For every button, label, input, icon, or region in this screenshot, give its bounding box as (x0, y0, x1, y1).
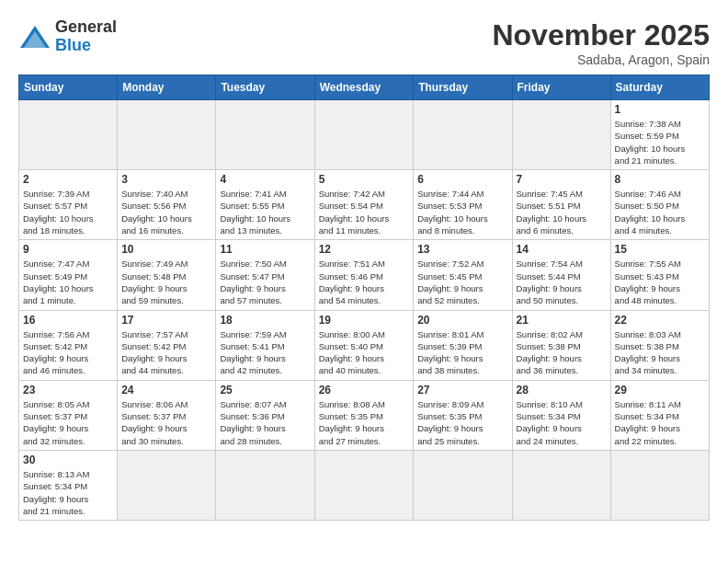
calendar-day-cell: 27Sunrise: 8:09 AMSunset: 5:35 PMDayligh… (414, 380, 512, 450)
day-info: Sunrise: 7:44 AMSunset: 5:53 PMDaylight:… (417, 188, 507, 236)
day-number: 16 (23, 314, 113, 327)
calendar-day-cell: 4Sunrise: 7:41 AMSunset: 5:55 PMDaylight… (216, 170, 314, 240)
calendar-day-cell: 11Sunrise: 7:50 AMSunset: 5:47 PMDayligh… (216, 240, 314, 310)
calendar-week-row: 23Sunrise: 8:05 AMSunset: 5:37 PMDayligh… (19, 380, 710, 450)
calendar-subtitle: Sadaba, Aragon, Spain (492, 52, 710, 67)
weekday-header-friday: Friday (512, 75, 610, 100)
calendar-day-cell: 9Sunrise: 7:47 AMSunset: 5:49 PMDaylight… (19, 240, 118, 310)
day-info: Sunrise: 8:08 AMSunset: 5:35 PMDaylight:… (319, 398, 410, 447)
day-info: Sunrise: 8:01 AMSunset: 5:39 PMDaylight:… (417, 328, 507, 377)
calendar-table: SundayMondayTuesdayWednesdayThursdayFrid… (18, 75, 710, 521)
day-number: 10 (121, 243, 211, 256)
day-info: Sunrise: 8:05 AMSunset: 5:37 PMDaylight:… (23, 398, 113, 447)
day-number: 26 (319, 384, 410, 396)
weekday-header-row: SundayMondayTuesdayWednesdayThursdayFrid… (19, 75, 710, 100)
calendar-day-cell: 30Sunrise: 8:13 AMSunset: 5:34 PMDayligh… (19, 450, 118, 520)
day-info: Sunrise: 7:52 AMSunset: 5:45 PMDaylight:… (417, 258, 507, 306)
calendar-day-cell (414, 100, 512, 170)
day-number: 12 (319, 243, 410, 256)
page-header: GeneralBlue November 2025 Sadaba, Aragon… (18, 18, 710, 67)
calendar-day-cell: 24Sunrise: 8:06 AMSunset: 5:37 PMDayligh… (118, 380, 216, 450)
day-number: 5 (319, 173, 410, 186)
calendar-day-cell: 26Sunrise: 8:08 AMSunset: 5:35 PMDayligh… (314, 380, 414, 450)
day-info: Sunrise: 7:39 AMSunset: 5:57 PMDaylight:… (23, 188, 113, 236)
day-number: 6 (417, 173, 507, 186)
calendar-day-cell (118, 450, 216, 520)
calendar-day-cell (118, 100, 216, 170)
calendar-day-cell: 22Sunrise: 8:03 AMSunset: 5:38 PMDayligh… (610, 310, 709, 380)
calendar-day-cell (610, 450, 709, 520)
calendar-day-cell: 14Sunrise: 7:54 AMSunset: 5:44 PMDayligh… (512, 240, 610, 310)
calendar-week-row: 16Sunrise: 7:56 AMSunset: 5:42 PMDayligh… (19, 310, 710, 380)
calendar-day-cell: 3Sunrise: 7:40 AMSunset: 5:56 PMDaylight… (118, 170, 216, 240)
calendar-day-cell: 19Sunrise: 8:00 AMSunset: 5:40 PMDayligh… (314, 310, 414, 380)
day-number: 1 (615, 103, 705, 116)
day-number: 22 (615, 314, 705, 327)
calendar-day-cell: 7Sunrise: 7:45 AMSunset: 5:51 PMDaylight… (512, 170, 610, 240)
day-info: Sunrise: 7:55 AMSunset: 5:43 PMDaylight:… (615, 258, 705, 306)
calendar-day-cell: 12Sunrise: 7:51 AMSunset: 5:46 PMDayligh… (314, 240, 414, 310)
day-info: Sunrise: 7:51 AMSunset: 5:46 PMDaylight:… (319, 258, 410, 306)
weekday-header-wednesday: Wednesday (314, 75, 414, 100)
day-info: Sunrise: 7:59 AMSunset: 5:41 PMDaylight:… (220, 328, 310, 377)
calendar-day-cell: 1Sunrise: 7:38 AMSunset: 5:59 PMDaylight… (610, 100, 709, 170)
day-number: 7 (517, 173, 607, 186)
calendar-day-cell (314, 450, 414, 520)
day-number: 30 (23, 454, 113, 466)
day-info: Sunrise: 8:02 AMSunset: 5:38 PMDaylight:… (517, 328, 607, 377)
day-number: 9 (23, 243, 113, 256)
calendar-day-cell: 28Sunrise: 8:10 AMSunset: 5:34 PMDayligh… (512, 380, 610, 450)
weekday-header-sunday: Sunday (19, 75, 118, 100)
day-number: 25 (220, 384, 310, 396)
day-info: Sunrise: 7:45 AMSunset: 5:51 PMDaylight:… (517, 188, 607, 236)
weekday-header-tuesday: Tuesday (216, 75, 314, 100)
day-number: 24 (121, 384, 211, 396)
day-number: 17 (121, 314, 211, 327)
day-number: 28 (517, 384, 607, 396)
day-number: 19 (319, 314, 410, 327)
day-number: 21 (517, 314, 607, 327)
calendar-day-cell: 29Sunrise: 8:11 AMSunset: 5:34 PMDayligh… (610, 380, 709, 450)
logo: GeneralBlue (18, 18, 117, 55)
day-info: Sunrise: 8:07 AMSunset: 5:36 PMDaylight:… (220, 398, 310, 447)
day-number: 15 (615, 243, 705, 256)
calendar-day-cell: 21Sunrise: 8:02 AMSunset: 5:38 PMDayligh… (512, 310, 610, 380)
calendar-day-cell: 10Sunrise: 7:49 AMSunset: 5:48 PMDayligh… (118, 240, 216, 310)
calendar-day-cell: 6Sunrise: 7:44 AMSunset: 5:53 PMDaylight… (414, 170, 512, 240)
calendar-day-cell: 18Sunrise: 7:59 AMSunset: 5:41 PMDayligh… (216, 310, 314, 380)
calendar-day-cell: 20Sunrise: 8:01 AMSunset: 5:39 PMDayligh… (414, 310, 512, 380)
day-info: Sunrise: 7:50 AMSunset: 5:47 PMDaylight:… (220, 258, 310, 306)
day-number: 8 (615, 173, 705, 186)
day-number: 20 (417, 314, 507, 327)
day-info: Sunrise: 7:54 AMSunset: 5:44 PMDaylight:… (517, 258, 607, 306)
calendar-day-cell: 17Sunrise: 7:57 AMSunset: 5:42 PMDayligh… (118, 310, 216, 380)
logo-icon (18, 24, 51, 50)
day-number: 14 (517, 243, 607, 256)
calendar-day-cell: 25Sunrise: 8:07 AMSunset: 5:36 PMDayligh… (216, 380, 314, 450)
day-number: 4 (220, 173, 310, 186)
calendar-day-cell: 8Sunrise: 7:46 AMSunset: 5:50 PMDaylight… (610, 170, 709, 240)
day-info: Sunrise: 8:06 AMSunset: 5:37 PMDaylight:… (121, 398, 211, 447)
day-info: Sunrise: 7:46 AMSunset: 5:50 PMDaylight:… (615, 188, 705, 236)
day-info: Sunrise: 7:40 AMSunset: 5:56 PMDaylight:… (121, 188, 211, 236)
day-info: Sunrise: 7:56 AMSunset: 5:42 PMDaylight:… (23, 328, 113, 377)
calendar-day-cell: 15Sunrise: 7:55 AMSunset: 5:43 PMDayligh… (610, 240, 709, 310)
calendar-day-cell: 16Sunrise: 7:56 AMSunset: 5:42 PMDayligh… (19, 310, 118, 380)
calendar-day-cell (216, 100, 314, 170)
day-info: Sunrise: 7:41 AMSunset: 5:55 PMDaylight:… (220, 188, 310, 236)
day-number: 11 (220, 243, 310, 256)
day-info: Sunrise: 7:38 AMSunset: 5:59 PMDaylight:… (615, 118, 705, 167)
calendar-title: November 2025 (492, 18, 710, 52)
calendar-week-row: 2Sunrise: 7:39 AMSunset: 5:57 PMDaylight… (19, 170, 710, 240)
calendar-day-cell (314, 100, 414, 170)
calendar-day-cell (414, 450, 512, 520)
calendar-week-row: 9Sunrise: 7:47 AMSunset: 5:49 PMDaylight… (19, 240, 710, 310)
calendar-day-cell: 2Sunrise: 7:39 AMSunset: 5:57 PMDaylight… (19, 170, 118, 240)
calendar-day-cell (19, 100, 118, 170)
day-info: Sunrise: 7:47 AMSunset: 5:49 PMDaylight:… (23, 258, 113, 306)
day-info: Sunrise: 8:13 AMSunset: 5:34 PMDaylight:… (23, 468, 113, 517)
day-number: 3 (121, 173, 211, 186)
calendar-day-cell (512, 100, 610, 170)
calendar-day-cell (216, 450, 314, 520)
weekday-header-monday: Monday (118, 75, 216, 100)
